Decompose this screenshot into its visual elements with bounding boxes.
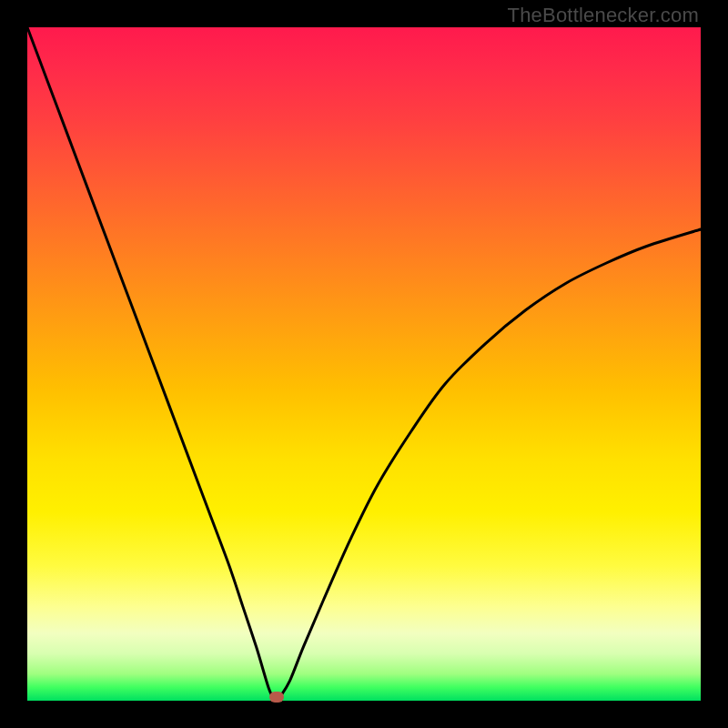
plot-area xyxy=(27,27,701,701)
watermark-text: TheBottlenecker.com xyxy=(508,4,699,27)
curve-left-branch xyxy=(27,27,273,697)
bottleneck-curve xyxy=(27,27,701,701)
bottleneck-marker xyxy=(269,692,284,703)
chart-frame: TheBottlenecker.com xyxy=(0,0,728,728)
curve-right-branch xyxy=(280,229,702,697)
